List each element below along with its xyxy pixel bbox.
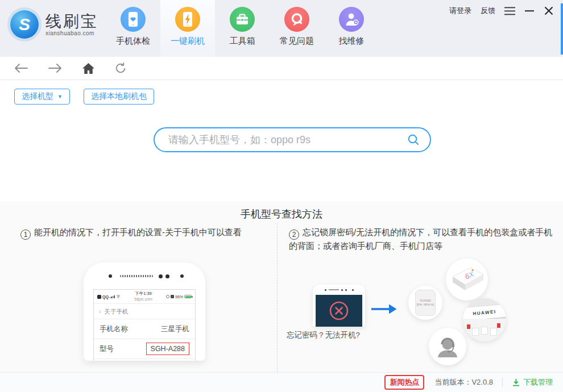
panel-model: 型号: MHA-AL: [416, 303, 434, 306]
store-sign-label: HUAWEI: [473, 309, 496, 316]
back-icon[interactable]: [14, 62, 28, 74]
app-window: S 线刷宝 xianshuabao.com 手机体检: [0, 0, 563, 392]
chevron-down-icon: ▼: [57, 94, 63, 99]
step2-text: 2忘记锁屏密码/无法开机的情况下，可以查看手机的包装盒或者手机的背面；或者咨询手…: [289, 226, 553, 252]
status-watermark: 58pic.com: [134, 297, 152, 302]
guide-step2-column: 2忘记锁屏密码/无法开机的情况下，可以查看手机的包装盒或者手机的背面；或者咨询手…: [278, 223, 563, 372]
phone-status-bar: QQ 下午1:39 58p: [94, 290, 195, 304]
repair-person-icon: [339, 7, 364, 32]
select-model-label: 选择机型: [22, 91, 53, 102]
step1-text: 1能开机的情况下，打开手机的设置-关于手机中可以查看: [20, 226, 268, 240]
topbar-right: 请登录 反馈: [449, 6, 554, 16]
logo-subtitle: xianshuabao.com: [45, 30, 98, 36]
search-box: [154, 127, 431, 152]
guide-title: 手机型号查找方法: [0, 202, 563, 221]
locked-phone-illustration: [313, 285, 365, 327]
action-buttons: 选择机型 ▼ 选择本地刷机包: [14, 89, 154, 105]
nav-item-toolbox[interactable]: 工具箱: [215, 0, 270, 57]
customer-service-circle: [429, 328, 466, 365]
footer-divider: [502, 378, 503, 387]
phone-health-icon: [121, 7, 146, 32]
nav-item-find-repair[interactable]: 找维修: [324, 0, 379, 57]
login-link[interactable]: 请登录: [449, 6, 471, 16]
shield-icon: [171, 295, 174, 298]
topbar: S 线刷宝 xianshuabao.com 手机体检: [0, 0, 563, 57]
select-local-rom-label: 选择本地刷机包: [91, 91, 147, 102]
phone-settings-illustration: QQ 下午1:39 58p: [84, 262, 205, 361]
status-qq-label: QQ: [102, 295, 109, 299]
app-logo[interactable]: S 线刷宝 xianshuabao.com: [10, 10, 98, 39]
menu-icon[interactable]: [504, 7, 515, 15]
wifi-icon: [116, 295, 121, 298]
locked-phone-speaker: [313, 285, 365, 295]
browser-toolbar: [0, 57, 563, 80]
phone-speaker-camera: [84, 272, 205, 281]
status-time: 下午1:39: [134, 291, 152, 297]
select-model-button[interactable]: 选择机型 ▼: [14, 89, 70, 105]
battery-percent: 96%: [175, 295, 183, 299]
phone-model-label: 型号: [100, 344, 114, 354]
minimize-icon[interactable]: [524, 6, 535, 16]
locked-phone-screen: [316, 295, 362, 327]
about-phone-header: ‹关于手机: [94, 304, 195, 319]
retail-box-circle: 6X: [446, 258, 488, 301]
window-edge-accent: [561, 3, 563, 55]
step2-number: 2: [289, 230, 299, 240]
phone-screen: QQ 下午1:39 58p: [93, 289, 196, 361]
logo-title: 线刷宝: [45, 13, 98, 30]
guide-step1-column: 1能开机的情况下，打开手机的设置-关于手机中可以查看: [0, 223, 277, 372]
phone-model-value-highlight: SGH-A288: [146, 343, 189, 355]
logo-icon: S: [10, 10, 39, 39]
step1-number: 1: [20, 230, 31, 240]
version-label: 当前版本：V2.0.8: [434, 377, 493, 387]
toolbox-icon: [230, 7, 255, 32]
download-manager-label: 下载管理: [523, 377, 553, 387]
question-bubble-icon: [284, 7, 309, 32]
nav-label: 一键刷机: [171, 36, 205, 47]
locked-caption: 忘记密码？无法开机?: [287, 330, 395, 340]
model-lookup-guide: 手机型号查找方法 1能开机的情况下，打开手机的设置-关于手机中可以查看: [0, 202, 563, 372]
refresh-icon[interactable]: [114, 62, 127, 74]
phone-flash-icon: [175, 7, 200, 32]
signal-bars-icon: [110, 295, 115, 298]
phone-name-row: 手机名称 三星手机: [94, 319, 195, 339]
battery-icon: [184, 295, 192, 298]
nav-item-faq[interactable]: 常见问题: [270, 0, 324, 57]
download-icon: [512, 378, 520, 387]
arrow-right-icon: [370, 302, 398, 319]
nav-label: 常见问题: [280, 36, 314, 47]
back-chevron-icon: ‹: [99, 308, 101, 315]
select-local-rom-button[interactable]: 选择本地刷机包: [84, 89, 154, 105]
panel-brand: HUAWEI: [420, 299, 431, 302]
close-icon[interactable]: [544, 6, 554, 16]
nav-label: 找维修: [339, 36, 365, 47]
news-hotspot-badge[interactable]: 新闻热点: [384, 375, 424, 390]
error-circle-icon: [328, 300, 350, 322]
store-interior: [463, 319, 506, 341]
search-icon[interactable]: [407, 134, 420, 146]
phone-name-label: 手机名称: [100, 324, 128, 334]
footer-bar: 新闻热点 当前版本：V2.0.8 下载管理: [0, 372, 563, 392]
feedback-link[interactable]: 反馈: [481, 6, 495, 16]
support-agent-icon: [434, 333, 461, 360]
search-input[interactable]: [168, 134, 407, 146]
main-nav: 手机体检 一键刷机: [106, 0, 379, 57]
download-manager-button[interactable]: 下载管理: [512, 377, 553, 387]
phone-back-panel: HUAWEI 型号: MHA-AL: [415, 290, 436, 316]
home-icon[interactable]: [82, 62, 95, 74]
phone-name-value: 三星手机: [161, 324, 189, 334]
status-app-icon: [97, 295, 101, 299]
phone-back-panel-circle: HUAWEI 型号: MHA-AL: [408, 286, 442, 320]
nav-label: 手机体检: [116, 36, 150, 47]
phone-model-row: 型号 SGH-A288: [94, 339, 195, 359]
nav-label: 工具箱: [230, 36, 255, 47]
store-front-circle: HUAWEI: [463, 298, 506, 341]
orientation-lock-icon: [166, 295, 169, 298]
forward-icon[interactable]: [48, 62, 63, 74]
nav-item-phone-check[interactable]: 手机体检: [106, 0, 160, 57]
nav-item-one-key-flash[interactable]: 一键刷机: [160, 0, 215, 57]
